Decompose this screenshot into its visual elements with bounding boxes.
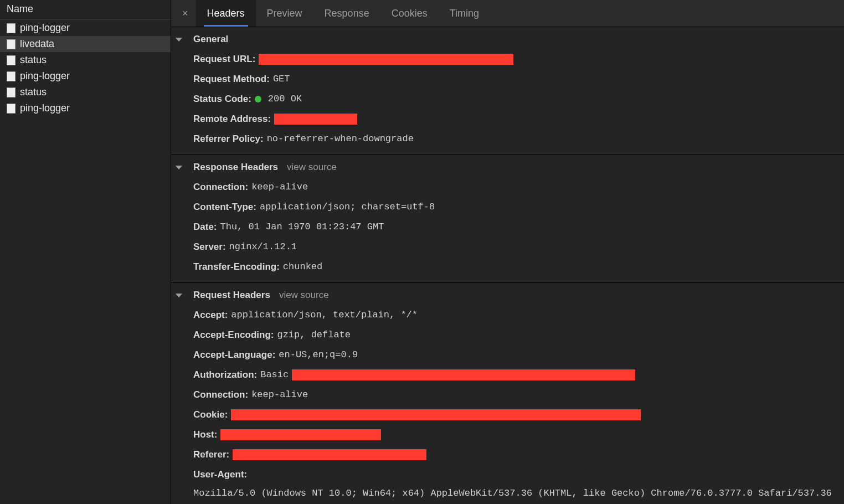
header-value: nginx/1.12.1 xyxy=(229,239,297,255)
tabbar: × HeadersPreviewResponseCookiesTiming xyxy=(171,0,844,27)
label-request-url: Request URL: xyxy=(193,52,255,67)
tab-preview[interactable]: Preview xyxy=(256,0,313,27)
section-response-header[interactable]: Response Headers view source xyxy=(171,160,844,177)
label-status-code: Status Code: xyxy=(193,91,251,107)
row-request-method: Request Method: GET xyxy=(171,69,844,89)
header-row: Transfer-Encoding:chunked xyxy=(171,257,844,277)
header-row: Content-Type:application/json; charset=u… xyxy=(171,197,844,217)
redacted-value xyxy=(292,369,635,380)
row-remote-address: Remote Address: xyxy=(171,109,844,129)
file-icon xyxy=(7,39,16,49)
header-key: Accept-Language: xyxy=(193,347,275,363)
value-request-method: GET xyxy=(273,71,290,87)
redacted-value xyxy=(233,449,426,460)
label-remote-address: Remote Address: xyxy=(193,111,271,127)
header-key: Accept: xyxy=(193,307,228,323)
tab-headers[interactable]: Headers xyxy=(196,0,256,27)
header-row: Cookie: xyxy=(171,405,844,425)
label-request-method: Request Method: xyxy=(193,71,270,87)
request-row[interactable]: ping-logger xyxy=(0,100,171,116)
header-key: Server: xyxy=(193,239,226,255)
detail-panel: × HeadersPreviewResponseCookiesTiming Ge… xyxy=(171,0,844,504)
header-row: Connection:keep-alive xyxy=(171,385,844,405)
value-referrer-policy: no-referrer-when-downgrade xyxy=(267,131,414,147)
redacted-value xyxy=(259,54,513,65)
section-general: General Request URL: Request Method: GET… xyxy=(171,27,844,155)
request-list: ping-loggerlivedatastatusping-loggerstat… xyxy=(0,20,171,116)
redacted-value xyxy=(274,114,357,125)
tab-timing[interactable]: Timing xyxy=(439,0,490,27)
row-request-url: Request URL: xyxy=(171,49,844,69)
request-row[interactable]: ping-logger xyxy=(0,68,171,84)
header-row: Authorization:Basic xyxy=(171,365,844,385)
header-row: Accept-Encoding:gzip, deflate xyxy=(171,325,844,345)
redacted-value xyxy=(220,429,381,440)
value-status-code: 200 OK xyxy=(268,91,302,107)
tab-response[interactable]: Response xyxy=(313,0,380,27)
row-referrer-policy: Referrer Policy: no-referrer-when-downgr… xyxy=(171,129,844,149)
header-key: Connection: xyxy=(193,387,248,403)
header-value: Thu, 01 Jan 1970 01:23:47 GMT xyxy=(220,219,384,235)
section-general-header[interactable]: General xyxy=(171,32,844,49)
section-request-headers: Request Headers view source Accept:appli… xyxy=(171,282,844,504)
request-row[interactable]: status xyxy=(0,52,171,68)
file-icon xyxy=(7,23,16,33)
header-row: Host: xyxy=(171,425,844,445)
label-referrer-policy: Referrer Policy: xyxy=(193,131,264,147)
header-row: Server:nginx/1.12.1 xyxy=(171,237,844,257)
header-key: Accept-Encoding: xyxy=(193,327,274,343)
view-source-link[interactable]: view source xyxy=(279,290,329,301)
header-value: en-US,en;q=0.9 xyxy=(279,347,358,363)
request-row-label: livedata xyxy=(20,38,54,50)
section-title: Response Headers xyxy=(193,162,278,173)
header-key: Connection: xyxy=(193,179,248,195)
request-list-panel: Name ping-loggerlivedatastatusping-logge… xyxy=(0,0,171,504)
header-value: gzip, deflate xyxy=(277,327,351,343)
caret-down-icon xyxy=(176,166,182,169)
caret-down-icon xyxy=(176,294,182,297)
header-key: Host: xyxy=(193,427,217,443)
header-value: chunked xyxy=(283,259,322,275)
header-key: Content-Type: xyxy=(193,199,256,215)
request-row-label: ping-logger xyxy=(20,102,70,114)
header-key: Referer: xyxy=(193,447,229,462)
header-key: Transfer-Encoding: xyxy=(193,259,280,275)
header-row: Referer: xyxy=(171,445,844,465)
header-value: Basic xyxy=(260,367,289,383)
tab-cookies[interactable]: Cookies xyxy=(380,0,439,27)
request-row[interactable]: status xyxy=(0,84,171,100)
file-icon xyxy=(7,71,16,81)
view-source-link[interactable]: view source xyxy=(287,162,337,173)
file-icon xyxy=(7,104,16,114)
header-row: Date:Thu, 01 Jan 1970 01:23:47 GMT xyxy=(171,217,844,237)
request-row[interactable]: ping-logger xyxy=(0,20,171,36)
sidebar-header-name[interactable]: Name xyxy=(0,0,171,20)
section-response-headers: Response Headers view source Connection:… xyxy=(171,155,844,282)
status-dot-icon xyxy=(255,96,261,102)
headers-panel: General Request URL: Request Method: GET… xyxy=(171,27,844,504)
request-row-label: ping-logger xyxy=(20,70,70,82)
file-icon xyxy=(7,55,16,65)
row-status-code: Status Code: 200 OK xyxy=(171,89,844,109)
header-row: Accept:application/json, text/plain, */* xyxy=(171,305,844,325)
close-icon[interactable]: × xyxy=(174,8,196,19)
file-icon xyxy=(7,88,16,97)
request-row-label: status xyxy=(20,54,47,66)
section-request-header[interactable]: Request Headers view source xyxy=(171,287,844,305)
section-title: Request Headers xyxy=(193,290,270,301)
header-value: keep-alive xyxy=(251,179,308,195)
header-value: application/json, text/plain, */* xyxy=(231,307,418,323)
header-value: keep-alive xyxy=(251,387,308,403)
header-value: Mozilla/5.0 (Windows NT 10.0; Win64; x64… xyxy=(193,486,840,504)
header-key: Cookie: xyxy=(193,407,228,423)
section-title: General xyxy=(193,34,228,45)
header-row: Connection:keep-alive xyxy=(171,177,844,197)
header-key: Authorization: xyxy=(193,367,257,383)
header-row: Accept-Language:en-US,en;q=0.9 xyxy=(171,345,844,365)
header-value: application/json; charset=utf-8 xyxy=(260,199,435,215)
header-key: User-Agent: xyxy=(193,467,247,482)
request-row-label: ping-logger xyxy=(20,22,70,34)
header-row: User-Agent:Mozilla/5.0 (Windows NT 10.0;… xyxy=(171,465,844,504)
request-row[interactable]: livedata xyxy=(0,36,171,52)
caret-down-icon xyxy=(176,38,182,42)
